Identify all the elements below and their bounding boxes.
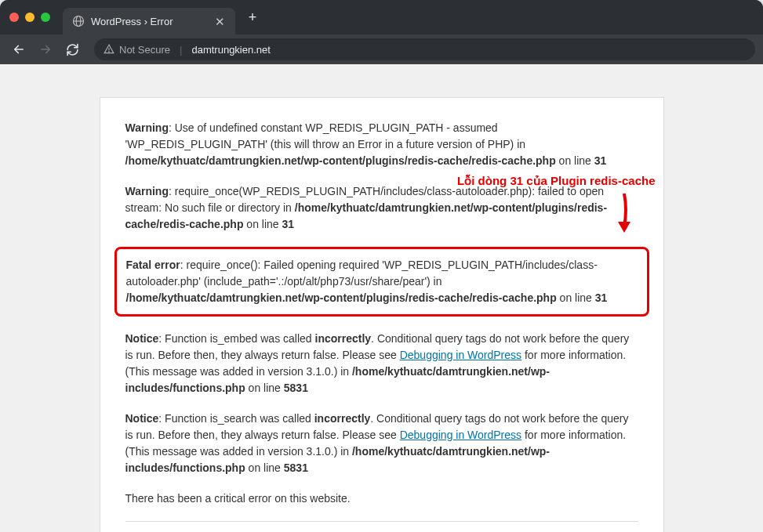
maximize-window-button[interactable] [41, 13, 50, 22]
not-secure-indicator[interactable]: Not Secure [104, 44, 170, 56]
forward-button[interactable] [35, 38, 56, 60]
browser-tab[interactable]: WordPress › Error ✕ [63, 8, 235, 34]
wordpress-error-box: Lỗi dòng 31 của Plugin redis-cache Warni… [100, 97, 664, 532]
title-bar: WordPress › Error ✕ + [0, 0, 763, 34]
divider [125, 521, 638, 522]
tab-title: WordPress › Error [91, 16, 207, 27]
debugging-link[interactable]: Debugging in WordPress [400, 349, 521, 361]
close-tab-icon[interactable]: ✕ [213, 15, 226, 27]
notice-1: Notice: Function is_embed was called inc… [125, 331, 638, 396]
annotation-arrow-icon [615, 190, 634, 237]
address-separator: | [180, 44, 182, 56]
minimize-window-button[interactable] [25, 13, 35, 22]
not-secure-label: Not Secure [119, 44, 170, 56]
address-bar[interactable]: Not Secure | damtrungkien.net [94, 38, 755, 60]
browser-toolbar: Not Secure | damtrungkien.net [0, 34, 763, 64]
critical-error-message: There has been a critical error on this … [125, 490, 638, 507]
warning-icon [104, 44, 114, 55]
close-window-button[interactable] [9, 13, 19, 22]
debugging-link[interactable]: Debugging in WordPress [400, 429, 521, 441]
globe-icon [72, 15, 85, 27]
tab-strip: WordPress › Error ✕ + [63, 0, 754, 34]
reload-button[interactable] [61, 38, 83, 60]
notice-2: Notice: Function is_search was called in… [125, 411, 638, 476]
new-tab-button[interactable]: + [242, 6, 263, 28]
url-text: damtrungkien.net [191, 44, 270, 56]
back-button[interactable] [8, 38, 30, 60]
page-content: Lỗi dòng 31 của Plugin redis-cache Warni… [0, 64, 763, 532]
svg-point-4 [109, 52, 110, 52]
error-warning-1: Warning: Use of undefined constant WP_RE… [125, 120, 638, 169]
highlighted-fatal-error: Fatal error: require_once(): Failed open… [114, 247, 649, 317]
annotation-text: Lỗi dòng 31 của Plugin redis-cache [457, 172, 655, 190]
traffic-lights [9, 13, 50, 22]
browser-window: WordPress › Error ✕ + Not Secure | damtr… [0, 0, 763, 64]
error-warning-2: Warning: require_once(WP_REDIS_PLUGIN_PA… [125, 183, 638, 233]
